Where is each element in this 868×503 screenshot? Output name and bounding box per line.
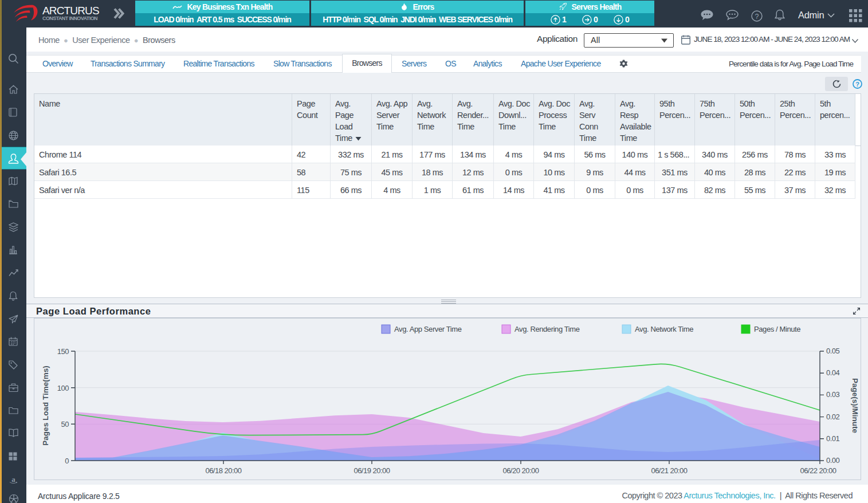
svg-text:0.01: 0.01 (826, 434, 840, 443)
svg-text:0: 0 (65, 457, 69, 465)
svg-text:?: ? (755, 13, 759, 21)
svg-text:Pages Load Time(ms): Pages Load Time(ms) (41, 366, 50, 445)
svg-text:Pages / Minute: Pages / Minute (754, 325, 800, 333)
svg-text:Avg. Network Time: Avg. Network Time (635, 325, 693, 333)
svg-text:06/20 20:00: 06/20 20:00 (502, 466, 539, 475)
svg-text:0.03: 0.03 (826, 390, 840, 399)
svg-text:?: ? (855, 81, 859, 88)
svg-text:0.04: 0.04 (826, 368, 840, 377)
svg-text:06/18 20:00: 06/18 20:00 (205, 466, 241, 475)
svg-text:100: 100 (57, 384, 69, 392)
svg-text:a: a (11, 475, 15, 484)
svg-text:0.00: 0.00 (826, 456, 840, 465)
svg-text:0.02: 0.02 (826, 412, 840, 421)
svg-text:Avg. App Server Time: Avg. App Server Time (394, 325, 462, 333)
svg-text:0.05: 0.05 (826, 347, 840, 355)
svg-text:Avg. Rendering Time: Avg. Rendering Time (514, 325, 580, 333)
svg-text:06/21 20:00: 06/21 20:00 (651, 466, 687, 475)
svg-text:150: 150 (57, 347, 69, 356)
svg-text:50: 50 (61, 420, 69, 429)
svg-text:06/19 20:00: 06/19 20:00 (354, 466, 390, 475)
svg-text:06/22 20:00: 06/22 20:00 (800, 466, 836, 475)
svg-text:Page(s)/Minute: Page(s)/Minute (851, 378, 859, 434)
